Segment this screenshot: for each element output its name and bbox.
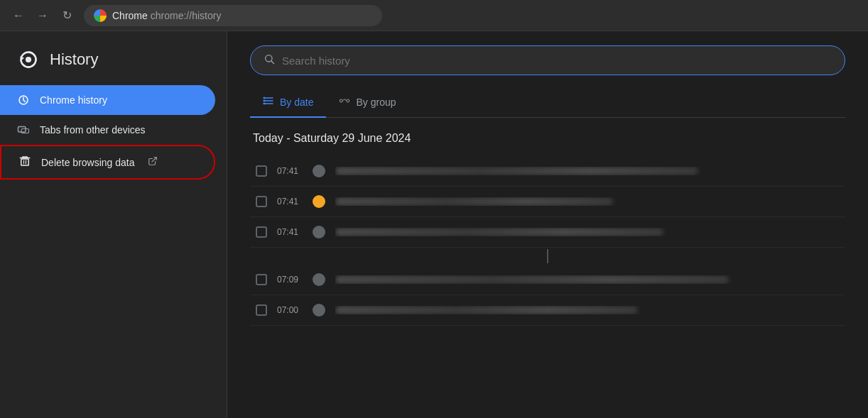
svg-point-18 [340, 99, 343, 102]
row-checkbox[interactable] [256, 196, 267, 207]
app-layout: History Chrome history Tabs from other d… [0, 31, 868, 418]
row-time: 07:00 [277, 305, 303, 315]
favicon-icon [313, 195, 325, 208]
browser-bar: ← → ↻ Chrome chrome://history [0, 0, 868, 31]
forward-button[interactable]: → [33, 6, 53, 26]
row-checkbox[interactable] [256, 226, 267, 238]
row-title [335, 228, 840, 236]
sidebar-title: History [50, 50, 98, 69]
favicon-icon [313, 304, 325, 317]
tabs-other-devices-label: Tabs from other devices [40, 124, 146, 136]
sidebar-item-delete-browsing-data[interactable]: Delete browsing data [0, 145, 215, 180]
favicon-icon [313, 273, 325, 286]
svg-rect-15 [264, 97, 266, 99]
row-title [335, 167, 840, 175]
row-title [335, 197, 840, 206]
row-checkbox[interactable] [256, 274, 267, 285]
svg-rect-16 [264, 100, 266, 102]
trash-icon [18, 155, 31, 170]
search-bar[interactable] [250, 45, 845, 75]
nav-buttons: ← → ↻ [9, 6, 77, 26]
tab-by-date-label: By date [280, 97, 313, 108]
tab-by-date[interactable]: By date [250, 88, 326, 118]
date-header: Today - Saturday 29 June 2024 [250, 132, 845, 145]
brand-name: Chrome [112, 10, 148, 21]
delete-browsing-data-label: Delete browsing data [41, 157, 135, 168]
history-logo-icon [17, 48, 40, 71]
row-time: 07:41 [277, 227, 303, 237]
row-checkbox[interactable] [256, 165, 267, 177]
history-list: 07:41 07:41 07:41 [250, 156, 845, 326]
svg-rect-6 [21, 159, 29, 165]
external-link-icon [148, 156, 158, 168]
table-row[interactable]: 07:09 [250, 265, 845, 295]
tabs-row: By date By group [250, 88, 845, 118]
favicon-icon [313, 226, 325, 238]
search-icon [264, 53, 275, 67]
tabs-icon [17, 123, 30, 136]
svg-rect-17 [264, 103, 266, 105]
row-time: 07:41 [277, 197, 303, 207]
url-text: chrome://history [151, 10, 222, 21]
timeline-divider [250, 248, 845, 265]
reload-button[interactable]: ↻ [57, 6, 77, 26]
main-content: By date By group Today - Saturday 29 Jun… [227, 31, 868, 418]
back-button[interactable]: ← [9, 6, 28, 26]
svg-point-19 [347, 99, 349, 102]
row-title [335, 275, 840, 284]
favicon-icon [313, 165, 325, 177]
table-row[interactable]: 07:41 [250, 187, 845, 217]
search-input[interactable] [282, 55, 832, 67]
address-text: Chrome chrome://history [112, 10, 221, 21]
table-row[interactable]: 07:41 [250, 156, 845, 187]
sidebar-item-chrome-history[interactable]: Chrome history [0, 85, 215, 115]
history-item-icon [17, 94, 30, 106]
tab-by-group[interactable]: By group [326, 88, 408, 118]
address-bar[interactable]: Chrome chrome://history [84, 5, 382, 26]
row-title [335, 306, 840, 314]
chrome-logo-icon [94, 9, 107, 22]
sidebar: History Chrome history Tabs from other d… [0, 31, 227, 418]
svg-line-9 [151, 158, 156, 162]
sidebar-header: History [0, 45, 227, 85]
by-group-icon [339, 95, 350, 109]
table-row[interactable]: 07:41 [250, 217, 845, 248]
table-row[interactable]: 07:00 [250, 295, 845, 326]
row-time: 07:41 [277, 166, 303, 176]
row-checkbox[interactable] [256, 304, 267, 316]
chrome-history-label: Chrome history [40, 94, 107, 106]
by-date-icon [263, 95, 274, 109]
svg-point-1 [26, 57, 31, 62]
svg-line-11 [271, 61, 274, 64]
row-time: 07:09 [277, 275, 303, 285]
tab-by-group-label: By group [356, 97, 396, 108]
sidebar-item-tabs-other-devices[interactable]: Tabs from other devices [0, 115, 215, 145]
